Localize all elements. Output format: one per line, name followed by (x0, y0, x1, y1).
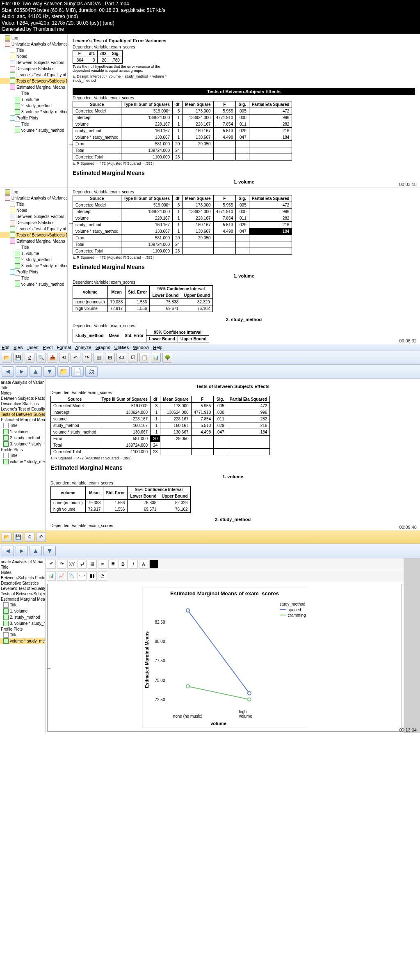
align-left-icon[interactable]: ≡ (98, 560, 107, 569)
nav-emm-volume[interactable]: 1. volume (0, 608, 45, 614)
nav-toolbar[interactable]: ◄ ► ▲ ▼ 📁 📄 🗂 (0, 365, 420, 379)
nav-plots[interactable]: Profile Plots (0, 269, 67, 275)
nav-levene[interactable]: Levene's Test of Equality of Erro (0, 586, 45, 591)
nav-emm-interaction[interactable]: 3. volume * study_method (0, 620, 45, 627)
menu-edit[interactable]: Edit (2, 345, 9, 350)
profile-plot-chart[interactable]: Estimated Marginal Means of exam_scores … (142, 588, 307, 728)
forward-icon[interactable]: ► (16, 546, 28, 556)
nav-tests-bse[interactable]: Tests of Between-Subjects Effe (0, 78, 67, 84)
font-size-icon[interactable]: A (139, 560, 148, 569)
nav-univariate[interactable]: Univariate Analysis of Variance (0, 41, 67, 47)
menu-window[interactable]: Window (133, 345, 149, 350)
nav-tests-bse[interactable]: Tests of Between-Subjects Effe (0, 591, 45, 597)
back-icon[interactable]: ◄ (2, 546, 14, 556)
histogram-icon[interactable]: ▮▮ (88, 571, 97, 581)
nav-title[interactable]: Title (0, 47, 67, 53)
nav-plots-chart[interactable]: volume * study_method (0, 459, 45, 465)
nav-emm-study[interactable]: 2. study_method (0, 257, 67, 263)
nav-plots-title[interactable]: Title (0, 275, 67, 281)
nav-plots-chart[interactable]: volume * study_method (0, 127, 67, 133)
menu-view[interactable]: View (14, 345, 23, 350)
save-icon[interactable]: 💾 (13, 353, 23, 363)
nav-emm-interaction[interactable]: 3. volume * study_method (0, 263, 67, 269)
nav-notes[interactable]: Notes (0, 207, 67, 213)
nav-emm-volume[interactable]: 1. volume (0, 429, 45, 435)
emm-study-table-header[interactable]: study_methodMeanStd. Error95% Confidence… (73, 329, 209, 342)
menu-format[interactable]: Format (57, 345, 71, 350)
nav-levene[interactable]: Levene's Test of Equality of Erro (0, 406, 45, 412)
transpose-icon[interactable]: ⇄ (78, 560, 87, 569)
chart-editor-toolbar-1[interactable]: ↶ ↷ XY ⇄ ▦ ≡ ≣ B I A (46, 558, 404, 570)
tree-icon[interactable]: 🌳 (162, 353, 172, 363)
scatter-icon[interactable]: ⋮⋮ (78, 571, 87, 581)
align-center-icon[interactable]: ≣ (108, 560, 117, 569)
nav-emm[interactable]: Estimated Marginal Means (0, 597, 45, 602)
nav-notes[interactable]: Notes (0, 53, 67, 60)
select-icon[interactable]: ☑ (128, 353, 138, 363)
back-icon[interactable]: ◄ (2, 366, 14, 377)
nav-plots[interactable]: Profile Plots (0, 627, 45, 632)
nav-descriptives[interactable]: Descriptive Statistics (0, 66, 67, 72)
nav-emm-study[interactable]: 2. study_method (0, 435, 45, 441)
nav-plots-title[interactable]: Title (0, 121, 67, 127)
nav-toolbar-4[interactable]: ◄ ► ▲ ▼ (0, 544, 420, 558)
menu-graphs[interactable]: Graphs (96, 345, 110, 350)
nav-univariate[interactable]: ariate Analysis of Variance (0, 380, 45, 385)
goto-data-icon[interactable]: ▦ (94, 353, 103, 363)
chart-editor-toolbar-2[interactable]: 📊 📈 📉 ⋮⋮ ▮▮ ◔ (46, 570, 404, 582)
down-icon[interactable]: ▼ (43, 366, 56, 377)
line-chart-icon[interactable]: 📈 (57, 571, 66, 581)
chart-icon[interactable]: 📊 (151, 353, 161, 363)
save-icon[interactable]: 💾 (13, 532, 23, 542)
goto-case-icon[interactable]: ⊞ (105, 353, 115, 363)
nav-descriptives[interactable]: Descriptive Statistics (0, 220, 67, 226)
nav-emm[interactable]: Estimated Marginal Means (0, 417, 45, 422)
pie-icon[interactable]: ◔ (98, 571, 107, 581)
nav-emm-interaction[interactable]: 3. volume * study_method (0, 109, 67, 115)
nav-title[interactable]: Title (0, 201, 67, 207)
nav-emm-interaction[interactable]: 3. volume * study_method (0, 441, 45, 447)
nav-factors[interactable]: Between-Subjects Factors (0, 60, 67, 66)
redo-icon[interactable]: ↷ (82, 353, 92, 363)
color-picker-icon[interactable] (149, 560, 158, 569)
undo-icon[interactable]: ↶ (71, 353, 80, 363)
menu-insert[interactable]: Insert (27, 345, 39, 350)
nav-emm-title[interactable]: Title (0, 602, 45, 608)
redo-icon[interactable]: ↷ (57, 560, 66, 569)
nav-descriptives[interactable]: Descriptive Statistics (0, 401, 45, 406)
nav-plots-chart[interactable]: volume * study_method (0, 638, 45, 644)
nav-title[interactable]: Title (0, 565, 45, 570)
open-icon[interactable]: 📂 (2, 353, 11, 363)
menu-bar[interactable]: Edit View Insert Pivot Format Analyze Gr… (0, 344, 420, 351)
nav-emm[interactable]: Estimated Marginal Means (0, 238, 67, 244)
nav-univariate[interactable]: ariate Analysis of Variance (0, 559, 45, 565)
nav-title[interactable]: Title (0, 385, 45, 390)
bse-table[interactable]: SourceType III Sum of SquaresdfMean Squa… (73, 101, 292, 161)
tree-view-icon[interactable]: 🗂 (85, 366, 98, 377)
preview-icon[interactable]: 🔍 (36, 353, 46, 363)
down-icon[interactable]: ▼ (43, 546, 56, 556)
output-navigator[interactable]: Log Univariate Analysis of Variance Titl… (0, 34, 68, 188)
nav-plots-chart[interactable]: volume * study_method (0, 281, 67, 287)
bse-table-3[interactable]: SourceType III Sum of SquaresdfMean Squa… (50, 396, 270, 455)
up-icon[interactable]: ▲ (30, 366, 42, 377)
nav-factors[interactable]: Between-Subjects Factors (0, 396, 45, 401)
nav-plots[interactable]: Profile Plots (0, 447, 45, 452)
folder-icon[interactable]: 📁 (57, 366, 70, 377)
output-navigator-4[interactable]: ariate Analysis of Variance Title Notes … (0, 558, 46, 733)
main-toolbar[interactable]: 📂 💾 🖨 🔍 📤 ⟲ ↶ ↷ ▦ ⊞ 🏷 ☑ 📋 📊 🌳 (0, 351, 420, 365)
nav-log[interactable]: Log (0, 35, 67, 41)
nav-emm-study[interactable]: 2. study_method (0, 614, 45, 620)
nav-univariate[interactable]: Univariate Analysis of Variance (0, 195, 67, 201)
bse-table-2[interactable]: SourceType III Sum of SquaresdfMean Squa… (73, 195, 292, 255)
nav-factors[interactable]: Between-Subjects Factors (0, 213, 67, 220)
nav-emm-volume[interactable]: 1. volume (0, 96, 67, 103)
nav-emm-study[interactable]: 2. study_method (0, 103, 67, 109)
forward-icon[interactable]: ► (16, 366, 28, 377)
nav-tests-bse[interactable]: Tests of Between-Subjects Effe (0, 232, 67, 238)
nav-emm-title[interactable]: Title (0, 244, 67, 250)
output-navigator-3[interactable]: ariate Analysis of Variance Title Notes … (0, 379, 46, 530)
bold-icon[interactable]: B (119, 560, 128, 569)
nav-emm-volume[interactable]: 1. volume (0, 250, 67, 257)
nav-plots-title[interactable]: Title (0, 452, 45, 459)
